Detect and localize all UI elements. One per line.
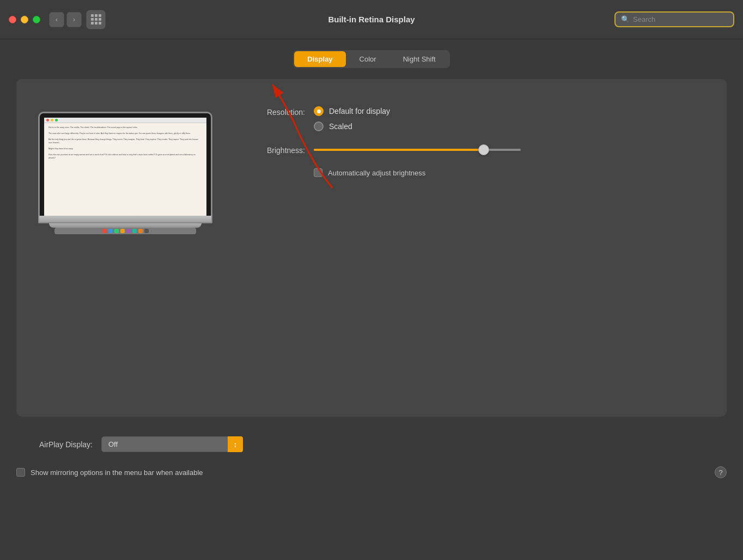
auto-brightness-label: Automatically adjust brightness xyxy=(328,169,425,177)
resolution-label: Resolution: xyxy=(245,106,305,117)
slider-fill xyxy=(314,149,484,151)
forward-button[interactable]: › xyxy=(66,12,82,27)
airplay-bar: AirPlay Display: Off ↕ xyxy=(0,428,743,461)
display-panel: Here's to the crazy ones. The misfits. T… xyxy=(16,79,727,417)
laptop-dock xyxy=(54,228,196,234)
airplay-dropdown[interactable]: Off xyxy=(101,436,243,452)
brightness-slider-container[interactable] xyxy=(314,144,521,155)
radio-default[interactable]: Default for display xyxy=(314,106,390,116)
radio-scaled[interactable]: Scaled xyxy=(314,121,390,131)
resolution-row: Resolution: Default for display Scaled xyxy=(245,106,705,131)
resolution-controls: Default for display Scaled xyxy=(314,106,390,131)
mirror-checkbox[interactable] xyxy=(16,468,25,477)
minimize-button[interactable] xyxy=(21,16,28,23)
auto-brightness-row: Automatically adjust brightness xyxy=(314,168,705,177)
airplay-label: AirPlay Display: xyxy=(16,440,93,449)
search-box[interactable]: 🔍 xyxy=(614,11,734,27)
tab-color[interactable]: Color xyxy=(346,51,389,67)
tabs-container: Display Color Night Shift xyxy=(16,50,727,68)
main-content: Display Color Night Shift Here's to th xyxy=(0,39,743,428)
tabs: Display Color Night Shift xyxy=(293,50,449,68)
back-button[interactable]: ‹ xyxy=(49,12,64,27)
nav-buttons: ‹ › xyxy=(49,12,82,27)
laptop-illustration: Here's to the crazy ones. The misfits. T… xyxy=(38,101,212,234)
tab-display[interactable]: Display xyxy=(294,51,345,67)
laptop-bottom xyxy=(49,223,202,228)
arrow-annotation xyxy=(267,79,376,199)
brightness-label: Brightness: xyxy=(245,144,305,155)
auto-brightness-checkbox[interactable] xyxy=(314,168,322,177)
slider-track xyxy=(314,149,521,151)
laptop-screen: Here's to the crazy ones. The misfits. T… xyxy=(38,112,212,216)
window-title: Built-in Retina Display xyxy=(328,15,415,24)
screen-text: Here's to the crazy ones. The misfits. T… xyxy=(44,123,206,163)
laptop: Here's to the crazy ones. The misfits. T… xyxy=(38,112,212,234)
slider-thumb[interactable] xyxy=(478,144,489,155)
radio-default-label: Default for display xyxy=(329,107,390,115)
grid-button[interactable] xyxy=(86,10,106,29)
close-button[interactable] xyxy=(9,16,16,23)
radio-default-circle[interactable] xyxy=(314,106,324,116)
mirror-row: Show mirroring options in the menu bar w… xyxy=(16,468,203,477)
footer-row: Show mirroring options in the menu bar w… xyxy=(0,461,743,484)
maximize-button[interactable] xyxy=(33,16,40,23)
laptop-base xyxy=(38,216,212,223)
screen-content-area: Here's to the crazy ones. The misfits. T… xyxy=(44,118,206,216)
help-button[interactable]: ? xyxy=(715,466,727,478)
titlebar: ‹ › Built-in Retina Display 🔍 xyxy=(0,0,743,39)
brightness-row: Brightness: xyxy=(245,144,705,155)
screen-menubar xyxy=(44,118,206,123)
radio-scaled-circle[interactable] xyxy=(314,121,324,131)
tab-night-shift[interactable]: Night Shift xyxy=(390,51,449,67)
airplay-dropdown-container: Off ↕ xyxy=(101,436,243,452)
search-input[interactable] xyxy=(633,15,728,23)
mirror-label: Show mirroring options in the menu bar w… xyxy=(31,468,203,477)
grid-icon xyxy=(91,14,101,25)
settings-panel: Resolution: Default for display Scaled xyxy=(245,101,705,177)
traffic-lights xyxy=(9,16,40,23)
radio-scaled-label: Scaled xyxy=(329,122,352,131)
search-icon: 🔍 xyxy=(621,15,630,23)
